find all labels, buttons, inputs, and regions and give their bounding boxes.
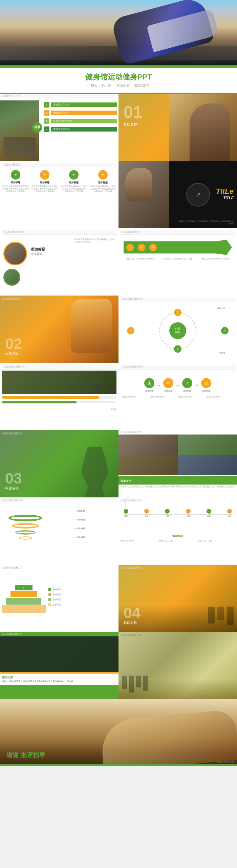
- toc-item-2: 2 请填写文字内容: [44, 110, 117, 116]
- section01-number: 01 标题名称: [124, 104, 143, 127]
- toc-click-label: 点击添加文字内容: [0, 94, 118, 98]
- circle-sport-img-2: [3, 269, 20, 286]
- slide-process-arrow: 点击添加标题文字 1 2 3 请输入文字内容请输入文字内容 请输入文字内容请输入…: [118, 228, 237, 296]
- toc-logo: 目录: [32, 122, 42, 133]
- info-click-label: 点击添加标题文字: [2, 163, 117, 167]
- arrow-3: →: [194, 383, 199, 388]
- green-photo-inset: [0, 636, 118, 674]
- slide-section03: 点击添加标题框文字 03 标题名称: [0, 430, 118, 497]
- title-person-photo: [118, 161, 169, 228]
- circle-diag-click: 点击添加标题框文字: [120, 297, 235, 302]
- end-text-area: 谢谢 批评指导: [7, 751, 45, 759]
- title-text-area: TItLe TITLE: [216, 187, 234, 200]
- process-arrow-shape: 1 2 3: [124, 240, 232, 255]
- flow-node-1: ♟ 添加标题: [144, 378, 154, 393]
- gym-interior-photo: 点击添加标题框文字: [118, 632, 237, 699]
- icons-flow-click: 点击添加标题框文字: [121, 365, 235, 370]
- progress-photo: [2, 371, 116, 394]
- dark-circle: ↗: [186, 183, 210, 207]
- slide-progress: 点击添加标题框文字 85%: [0, 363, 118, 430]
- section03-badge: 03 标题名称: [5, 471, 22, 491]
- photo-text-click: 点击添加标题框文字: [118, 430, 237, 435]
- section04-badge: 04 标题名称: [124, 605, 141, 625]
- slide-rings: 点击添加标题框文字 ●添加标题 ●添加标题 ●添加标题 ●添加标题: [0, 497, 118, 565]
- slide-icons-flow: 点击添加标题框文字 ♟ 添加标题 → ✕ 添加标题 → ♪ 添加标题 → ◎ 添…: [118, 363, 237, 430]
- slide-section04: 点击添加标题框文字 04 标题名称: [118, 565, 237, 632]
- end-green-bar: [0, 764, 237, 766]
- slide-info-cols: 点击添加标题文字 + 添加标题 请输入文字内容请输入文字内容请输入文字内容请输入…: [0, 161, 118, 228]
- photo-cell-3: [118, 455, 178, 475]
- slide-dots-timeline: 点击添加标题框文字 标题 文字 标题 标题: [118, 497, 237, 565]
- flow-node-2: ✕ 添加标题: [163, 378, 173, 393]
- arrow-2: →: [175, 383, 180, 388]
- slide-title-dark: ↗ TItLe TITLE 请输入文字内容请输入文字内容请输入文字内容请输入文字…: [118, 161, 237, 228]
- photo-cell-1: [118, 435, 178, 455]
- photo-cell-2: [178, 435, 237, 455]
- rings-click-label: 点击添加标题框文字: [2, 499, 117, 502]
- info-col-1: + 添加标题 请输入文字内容请输入文字内容请输入文字内容请输入文字内容请输入文字…: [2, 170, 30, 217]
- info-col-2: + 添加标题 请输入文字内容请输入文字内容请输入文字内容请输入文字内容请输入文字…: [31, 170, 59, 217]
- green-slide-click: 点击添加标题框文字: [0, 632, 118, 636]
- slide-toc: 点击添加文字内容 目录 1 请填写文字内容 2 请填写文字内容 3 另类图文文字…: [0, 94, 118, 161]
- tl-dot-4: 标题: [186, 509, 191, 517]
- title-desc: 请输入文字内容请输入文字内容请输入文字内容请输入文字内容请输入文字内容: [179, 220, 234, 225]
- flow-descriptions: 请输入文字内容 请输入文字内容 请输入文字内容 请输入文字内容: [121, 396, 235, 399]
- toc-item-1: 1 请填写文字内容: [44, 102, 117, 108]
- section02-badge: 02 标题名称: [5, 336, 22, 356]
- slide-cover: [0, 0, 237, 67]
- info-icon-4: +: [98, 170, 108, 180]
- slide-add-label: 点击添加标题框文字 添加标题 添加标题 请输入文字内容请输入文字内容请输入文字内…: [0, 228, 118, 296]
- pyramid-container: ▲ 添加标题 添加标题 添加标题: [2, 571, 117, 623]
- orbit-dot-4: ④: [221, 327, 229, 334]
- dots-click-label: 点击添加标题框文字: [120, 499, 235, 502]
- icon-flow-row: ♟ 添加标题 → ✕ 添加标题 → ♪ 添加标题 → ◎ 添加标题: [121, 378, 235, 393]
- progress-click-label: 点击添加标题框文字: [2, 365, 116, 370]
- timeline-add-label: 添加标签: [120, 534, 235, 538]
- slide-circle-diagram: 点击添加标题框文字 标题副标 ① ② ③ ④ 标题文字 副标题: [118, 296, 237, 363]
- green-text-block: 添加文字 请输入文字内容请输入文字内容请输入文字内容请输入文字内容请输入文字内容: [0, 674, 118, 685]
- progress-percent: 85%: [2, 405, 116, 412]
- arrow-1: →: [156, 383, 161, 388]
- pyramid-shape: ▲: [2, 582, 46, 613]
- info-col-3: + 添加标题 请输入文字内容请输入文字内容请输入文字内容请输入文字内容请输入文字…: [60, 170, 88, 217]
- step-3: 3: [149, 244, 157, 251]
- center-circle: 标题副标: [169, 322, 186, 339]
- section01-photo: [169, 94, 237, 161]
- info-icon-1: +: [11, 170, 20, 180]
- slide-green-photo: 点击添加标题框文字 添加文字 请输入文字内容请输入文字内容请输入文字内容请输入文…: [0, 632, 118, 699]
- cover-bottom-bar: [0, 65, 237, 67]
- progress-bar-1: [2, 396, 116, 399]
- orbit-dot-3: ③: [127, 327, 134, 334]
- tl-dot-5: 标题: [207, 509, 211, 517]
- timeline-container: 标题 文字 标题 标题 标题: [124, 509, 232, 529]
- slide-end-cover: 谢谢 批评指导 www.xxx.com: [0, 699, 237, 766]
- circle-sport-img: [3, 242, 27, 265]
- add-label-text: 请输入文字内容请输入文字内容请输入文字内容请输入文字内容: [74, 238, 115, 243]
- rings-diagram: ●添加标题 ●添加标题 ●添加标题 ●添加标题: [2, 503, 117, 551]
- step-2: 2: [138, 244, 145, 251]
- green-text-bar: 添加文字: [118, 476, 237, 485]
- add-label-main: 添加标题 添加标题: [30, 247, 45, 256]
- tl-dot-1: 标题 文字: [124, 509, 128, 517]
- cover-bg: [0, 0, 237, 67]
- pyramid-click-label: 点击添加标题框文字: [2, 566, 117, 569]
- process-click-label: 点击添加标题文字: [120, 230, 235, 235]
- tl-dot-6: 标题: [227, 509, 232, 517]
- watermark: www.xxx.com: [217, 760, 234, 763]
- toc-item-4: 4 请填写文字内容: [44, 126, 117, 132]
- flow-node-4: ◎ 添加标题: [201, 378, 211, 393]
- slide-gym-interior: 点击添加标题框文字: [118, 632, 237, 699]
- slide-pyramid: 点击添加标题框文字 ▲ 添加标题 添加标题: [0, 565, 118, 632]
- timeline-desc: 请输入文字内容 请输入文字内容 请输入文字内容: [120, 540, 235, 542]
- tl-dot-2: 标题: [144, 509, 149, 517]
- tl-dot-3: 标题: [165, 509, 170, 517]
- toc-photo: [0, 100, 39, 161]
- toc-item-3: 3 另类图文文字描述: [44, 118, 117, 124]
- main-title: 健身馆运动健身PPT: [85, 72, 152, 82]
- pyramid-labels: 添加标题 添加标题 添加标题 添加标题: [46, 588, 117, 606]
- photo-text-desc: 请输入文字内容请输入文字内容请输入文字内容请输入文字内容请输入文字内容请输入文字…: [118, 485, 237, 489]
- step-descriptions: 请输入文字内容请输入文字内容 请输入文字内容请输入文字内容 请输入文字内容请输入…: [120, 258, 235, 260]
- info-icon-2: +: [40, 170, 49, 180]
- info-icon-3: +: [69, 170, 79, 180]
- slide-photo-text: 点击添加标题框文字 添加文字 请输入文字内容请输入文字内容请输入文字内容请输入文…: [118, 430, 237, 497]
